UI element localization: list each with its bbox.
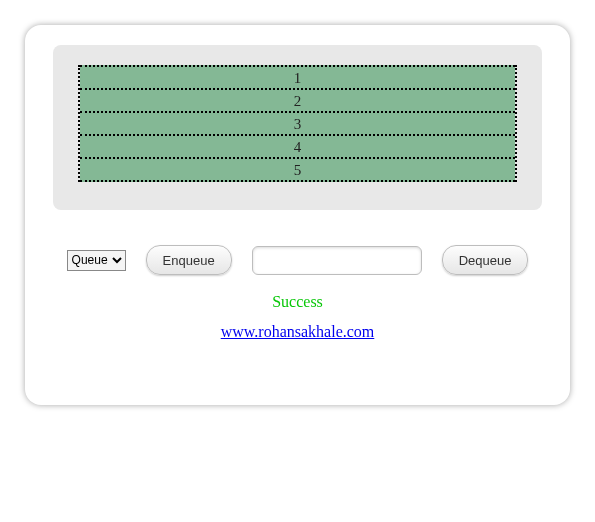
app-card: 1 2 3 4 5 Queue Enqueue Dequeue Success … [25, 25, 570, 405]
queue-cell: 3 [80, 111, 515, 136]
queue-cell: 2 [80, 88, 515, 113]
structure-select[interactable]: Queue [67, 250, 126, 271]
controls-row: Queue Enqueue Dequeue [53, 245, 542, 275]
footer-link[interactable]: www.rohansakhale.com [53, 323, 542, 341]
dequeue-button[interactable]: Dequeue [442, 245, 529, 275]
value-input[interactable] [252, 246, 422, 275]
queue-cell: 4 [80, 134, 515, 159]
queue-container: 1 2 3 4 5 [78, 65, 517, 182]
enqueue-button[interactable]: Enqueue [146, 245, 232, 275]
queue-display-panel: 1 2 3 4 5 [53, 45, 542, 210]
status-message: Success [53, 293, 542, 311]
queue-cell: 1 [80, 65, 515, 90]
queue-cell: 5 [80, 157, 515, 182]
